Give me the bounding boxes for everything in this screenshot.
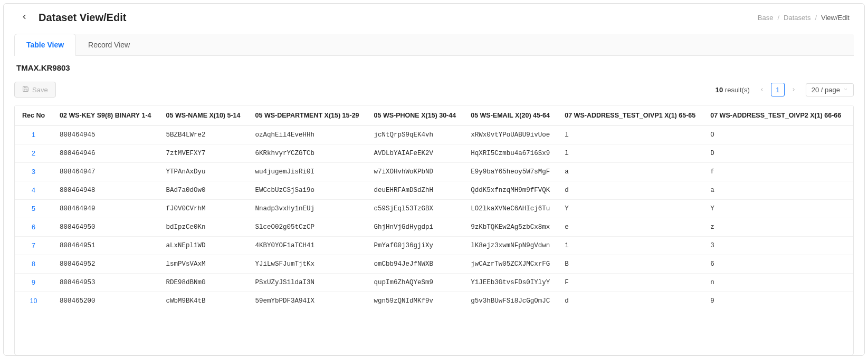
table-cell[interactable]: B (848, 255, 853, 274)
table-cell[interactable]: Y (557, 200, 703, 218)
record-number-link[interactable]: 5 (15, 200, 52, 218)
table-cell[interactable]: YJiLwSFJumTjtKx (248, 255, 367, 274)
prev-page-button[interactable] (755, 83, 769, 96)
table-cell[interactable]: PSxUZyJS1ldaI3N (248, 274, 367, 292)
table-cell[interactable]: S (848, 292, 853, 311)
table-cell[interactable]: 808464948 (52, 181, 158, 200)
table-cell[interactable]: 808464951 (52, 237, 158, 255)
column-header[interactable]: 05 WS-EMAIL X(20) 45-64 (463, 105, 557, 126)
column-header[interactable]: 07 WS-ADDRESS_TEST_OIVP2 X(1) 66-66 (703, 105, 848, 126)
table-cell[interactable]: O (703, 126, 848, 144)
table-cell[interactable]: a (557, 163, 703, 181)
table-cell[interactable]: A (848, 144, 853, 163)
table-cell[interactable]: RDE98dBNmG (159, 274, 248, 292)
column-header[interactable]: 05 WS-DEPARTMENT X(15) 15-29 (248, 105, 367, 126)
table-cell[interactable]: D (703, 144, 848, 163)
table-cell[interactable]: AVDLbYAIAFeEK2V (367, 144, 464, 163)
table-cell[interactable]: F (557, 274, 703, 292)
table-cell[interactable]: xRWx0vtYPoUABU9ivUoe (463, 126, 557, 144)
table-cell[interactable]: 808465200 (52, 292, 158, 311)
table-cell[interactable]: Y1JEEb3GtvsFDs0IYlyY (463, 274, 557, 292)
record-number-link[interactable]: 3 (15, 163, 52, 181)
column-header[interactable]: Rec No (15, 105, 52, 126)
next-page-button[interactable] (787, 83, 800, 96)
tab-record-view[interactable]: Record View (76, 34, 142, 55)
table-cell[interactable]: e (557, 218, 703, 237)
table-cell[interactable]: LO2lkaXVNeC6AHIcj6Tu (463, 200, 557, 218)
column-header[interactable]: 07 WS-ADDRESS_TEST_OIVP1 X(1) 65-65 (557, 105, 703, 126)
table-cell[interactable]: 5BZB4LWre2 (159, 126, 248, 144)
table-cell[interactable]: 6KRkhvyrYCZGTCb (248, 144, 367, 163)
table-cell[interactable]: 808464952 (52, 255, 158, 274)
table-cell[interactable]: n (703, 274, 848, 292)
table-cell[interactable]: YTPAnAxDyu (159, 163, 248, 181)
tab-table-view[interactable]: Table View (14, 34, 76, 56)
table-cell[interactable]: bdIpzCe0Kn (159, 218, 248, 237)
table-cell[interactable]: t (848, 163, 853, 181)
table-cell[interactable]: 6 (703, 255, 848, 274)
table-scroll[interactable]: Rec No02 WS-KEY S9(8) BINARY 1-405 WS-NA… (15, 105, 853, 355)
table-cell[interactable]: 808464946 (52, 144, 158, 163)
table-cell[interactable]: cWbM9BK4tB (159, 292, 248, 311)
record-number-link[interactable]: 7 (15, 237, 52, 255)
table-cell[interactable]: z (703, 218, 848, 237)
column-header[interactable]: 05 WS-NAME X(10) 5-14 (159, 105, 248, 126)
table-cell[interactable]: 4KBY0YOF1aTCH41 (248, 237, 367, 255)
table-cell[interactable]: K (848, 126, 853, 144)
table-cell[interactable]: l (557, 144, 703, 163)
table-cell[interactable]: g5v3hBUwFSi8JcGgOmJC (463, 292, 557, 311)
table-cell[interactable]: 3 (703, 237, 848, 255)
save-button[interactable]: Save (14, 82, 56, 98)
table-cell[interactable]: 808464947 (52, 163, 158, 181)
table-cell[interactable]: HqXRI5Czmbu4a6716Sx9 (463, 144, 557, 163)
table-cell[interactable]: ozAqhEil4EveHHh (248, 126, 367, 144)
table-cell[interactable]: w7iXOHvhWoKPbND (367, 163, 464, 181)
table-cell[interactable]: 808464950 (52, 218, 158, 237)
table-cell[interactable]: c59SjEql53TzGBX (367, 200, 464, 218)
table-cell[interactable]: 808464949 (52, 200, 158, 218)
table-cell[interactable]: 9 (703, 292, 848, 311)
table-cell[interactable]: omCbb94JeJfNWXB (367, 255, 464, 274)
record-number-link[interactable]: 2 (15, 144, 52, 163)
table-cell[interactable]: lsmPVsVAxM (159, 255, 248, 274)
column-header[interactable]: 07 WS-ADDRE (848, 105, 853, 126)
table-cell[interactable]: Nnadp3vxHy1nEUj (248, 200, 367, 218)
table-cell[interactable]: jcNtQrpS9qEK4vh (367, 126, 464, 144)
record-number-link[interactable]: 4 (15, 181, 52, 200)
page-size-select[interactable]: 20 / page (806, 83, 854, 96)
record-number-link[interactable]: 10 (15, 292, 52, 311)
table-cell[interactable]: a (703, 181, 848, 200)
table-cell[interactable]: PmYafG0j36gjiXy (367, 237, 464, 255)
current-page[interactable]: 1 (771, 83, 785, 96)
table-cell[interactable]: wu4jugemJisRi0I (248, 163, 367, 181)
table-cell[interactable]: deuEHRFAmDSdZhH (367, 181, 464, 200)
table-cell[interactable]: 1 (557, 237, 703, 255)
table-cell[interactable]: jwCAzrTw05ZCXJMCxrFG (463, 255, 557, 274)
column-header[interactable]: 02 WS-KEY S9(8) BINARY 1-4 (52, 105, 158, 126)
record-number-link[interactable]: 1 (15, 126, 52, 144)
table-cell[interactable]: 808464945 (52, 126, 158, 144)
table-cell[interactable]: x (848, 274, 853, 292)
table-cell[interactable]: EWCcbUzCSjSai9o (248, 181, 367, 200)
record-number-link[interactable]: 8 (15, 255, 52, 274)
breadcrumb-item[interactable]: Datasets (784, 14, 810, 22)
table-cell[interactable]: a (848, 200, 853, 218)
column-header[interactable]: 05 WS-PHONE X(15) 30-44 (367, 105, 464, 126)
table-cell[interactable]: wgn59zQNIdMKf9v (367, 292, 464, 311)
table-cell[interactable]: l (557, 126, 703, 144)
table-cell[interactable]: aLxNEpl1WD (159, 237, 248, 255)
table-cell[interactable]: E9y9baY65heoy5W7sMgF (463, 163, 557, 181)
breadcrumb-item[interactable]: Base (758, 14, 774, 22)
table-cell[interactable]: BAd7a0dOw0 (159, 181, 248, 200)
table-cell[interactable]: QddK5xfnzqMH9m9fFVQK (463, 181, 557, 200)
record-number-link[interactable]: 9 (15, 274, 52, 292)
table-cell[interactable]: SlceO02g05tCzCP (248, 218, 367, 237)
back-icon[interactable] (18, 10, 30, 25)
table-cell[interactable]: B (557, 255, 703, 274)
table-cell[interactable]: d (557, 181, 703, 200)
table-cell[interactable]: W (848, 237, 853, 255)
table-cell[interactable]: GhjHnVjGdHygdpi (367, 218, 464, 237)
table-cell[interactable]: Y (703, 200, 848, 218)
record-number-link[interactable]: 6 (15, 218, 52, 237)
table-cell[interactable]: 808464953 (52, 274, 158, 292)
